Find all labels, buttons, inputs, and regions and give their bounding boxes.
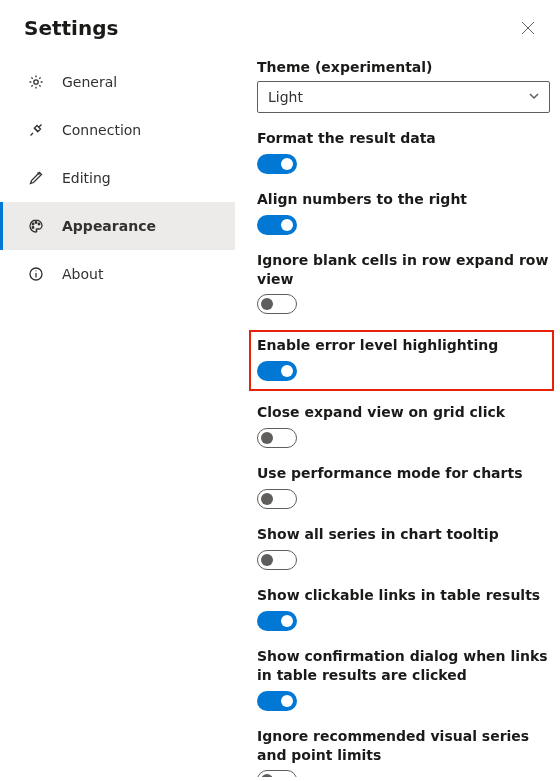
toggle-label: Align numbers to the right [257,190,550,209]
toggle-switch[interactable] [257,215,297,235]
settings-header: Settings [0,0,560,50]
toggle-switch[interactable] [257,611,297,631]
svg-point-5 [38,223,40,225]
toggle-label: Close expand view on grid click [257,403,550,422]
toggle-switch[interactable] [257,361,297,381]
toggle-label: Show confirmation dialog when links in t… [257,647,550,685]
theme-label: Theme (experimental) [257,58,550,77]
toggle-knob [281,615,293,627]
sidebar-item-label: Editing [62,170,111,186]
toggle-knob [261,493,273,505]
toggle-switch[interactable] [257,550,297,570]
toggle-row: Use performance mode for charts [257,464,550,509]
toggle-label: Ignore blank cells in row expand row vie… [257,251,550,289]
toggle-label: Show all series in chart tooltip [257,525,550,544]
settings-sidebar: General Connection Editing Appearance Ab… [0,50,235,777]
sidebar-item-appearance[interactable]: Appearance [0,202,235,250]
toggle-switch[interactable] [257,428,297,448]
sidebar-item-label: Appearance [62,218,156,234]
toggle-label: Show clickable links in table results [257,586,550,605]
toggle-knob [261,774,273,777]
svg-point-4 [35,222,37,224]
svg-point-9 [35,270,36,271]
toggle-switch[interactable] [257,770,297,777]
toggle-row: Ignore blank cells in row expand row vie… [257,251,550,315]
toggle-label: Ignore recommended visual series and poi… [257,727,550,765]
sidebar-item-general[interactable]: General [0,58,235,106]
toggle-knob [281,695,293,707]
sidebar-item-about[interactable]: About [0,250,235,298]
close-icon[interactable] [520,20,536,36]
palette-icon [28,218,44,234]
toggle-knob [261,298,273,310]
toggle-row: Ignore recommended visual series and poi… [257,727,550,777]
toggle-row: Show clickable links in table results [257,586,550,631]
toggle-knob [281,158,293,170]
sidebar-item-connection[interactable]: Connection [0,106,235,154]
toggle-row: Align numbers to the right [257,190,550,235]
toggle-row: Close expand view on grid click [257,403,550,448]
toggle-knob [281,365,293,377]
toggle-knob [261,432,273,444]
svg-point-3 [32,223,34,225]
toggle-switch[interactable] [257,154,297,174]
toggle-switch[interactable] [257,691,297,711]
svg-point-6 [32,227,34,229]
settings-content: Theme (experimental) Light Format the re… [235,50,560,777]
theme-select[interactable]: Light [257,81,550,113]
toggle-knob [281,219,293,231]
toggle-row: Show confirmation dialog when links in t… [257,647,550,711]
pencil-icon [28,170,44,186]
toggle-row: Format the result data [257,129,550,174]
sidebar-item-label: About [62,266,103,282]
gear-icon [28,74,44,90]
sidebar-item-label: Connection [62,122,141,138]
svg-point-2 [34,80,38,84]
toggle-row: Show all series in chart tooltip [257,525,550,570]
toggle-switch[interactable] [257,294,297,314]
plug-icon [28,122,44,138]
settings-body: General Connection Editing Appearance Ab… [0,50,560,777]
theme-selected-value: Light [268,89,303,105]
toggle-switch[interactable] [257,489,297,509]
toggle-knob [261,554,273,566]
settings-title: Settings [24,16,118,40]
toggle-label: Enable error level highlighting [257,336,546,355]
toggle-label: Use performance mode for charts [257,464,550,483]
info-icon [28,266,44,282]
toggle-label: Format the result data [257,129,550,148]
sidebar-item-editing[interactable]: Editing [0,154,235,202]
theme-select-wrap: Light [257,81,550,113]
sidebar-item-label: General [62,74,117,90]
toggle-row: Enable error level highlighting [249,330,554,391]
